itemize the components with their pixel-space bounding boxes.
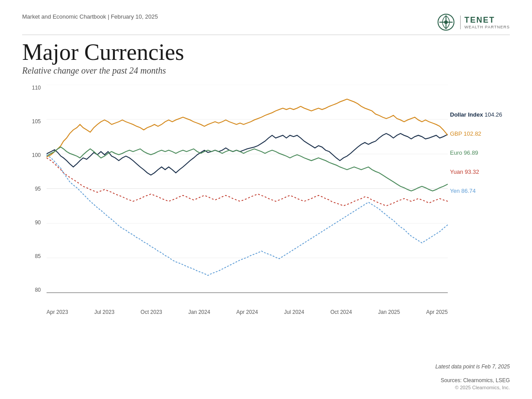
y-label-90: 90 (22, 219, 44, 226)
y-axis-labels: 110 105 100 95 90 85 80 (22, 85, 44, 293)
legend-dollar-index-label: Dollar Index (450, 111, 485, 118)
y-label-110: 110 (22, 85, 44, 91)
yen-line (47, 155, 448, 275)
x-label-apr2024: Apr 2024 (236, 309, 258, 315)
legend-yen: Yen 86.74 (450, 188, 510, 194)
y-label-85: 85 (22, 253, 44, 259)
chart-container: 110 105 100 95 90 85 80 (22, 85, 510, 315)
x-label-oct2024: Oct 2024 (330, 309, 352, 315)
sources-text: Sources: Clearnomics, LSEG (435, 376, 510, 385)
legend-euro-label: Euro 96.89 (450, 149, 478, 156)
chart-svg-area (47, 85, 448, 293)
legend-gbp: GBP 102.82 (450, 130, 510, 137)
logo-wealth-label: WEALTH PARTNERS (464, 25, 510, 29)
legend-euro: Euro 96.89 (450, 149, 510, 156)
chart-svg (47, 85, 448, 293)
x-label-jan2025: Jan 2025 (378, 309, 400, 315)
page-subtitle: Relative change over the past 24 months (22, 66, 510, 76)
page: Market and Economic Chartbook | February… (0, 0, 532, 399)
legend-yuan: Yuan 93.32 (450, 168, 510, 175)
tenet-logo-icon (437, 13, 455, 31)
x-label-jul2023: Jul 2023 (94, 309, 114, 315)
y-label-95: 95 (22, 186, 44, 192)
legend-dollar-index: Dollar Index 104.26 (450, 111, 510, 118)
y-label-80: 80 (22, 287, 44, 293)
header-subtitle: Market and Economic Chartbook | February… (22, 13, 158, 20)
legend-yen-label: Yen 86.74 (450, 188, 476, 194)
copyright-text: © 2025 Clearnomics, Inc. (435, 385, 510, 390)
x-axis-labels: Apr 2023 Jul 2023 Oct 2023 Jan 2024 Apr … (47, 309, 448, 315)
x-label-jul2024: Jul 2024 (284, 309, 304, 315)
logo-tenet-label: TENET (464, 16, 510, 25)
page-title: Major Currencies (22, 39, 510, 65)
euro-line (47, 147, 448, 191)
legend-dollar-index-value: 104.26 (485, 111, 502, 118)
legend-gbp-label: GBP 102.82 (450, 130, 481, 137)
x-label-oct2023: Oct 2023 (141, 309, 162, 315)
x-label-apr2023: Apr 2023 (47, 309, 68, 315)
gbp-line (47, 99, 448, 157)
yuan-line (47, 158, 448, 206)
y-label-105: 105 (22, 118, 44, 125)
logo-area: TENET WEALTH PARTNERS (437, 13, 510, 31)
x-label-apr2025: Apr 2025 (426, 309, 448, 315)
latest-data-note: Latest data point is Feb 7, 2025 (435, 364, 510, 370)
legend-area: Dollar Index 104.26 GBP 102.82 Euro 96.8… (450, 111, 510, 194)
svg-point-1 (444, 20, 448, 24)
y-label-100: 100 (22, 152, 44, 158)
legend-yuan-label: Yuan 93.32 (450, 168, 479, 175)
sources-label: Sources: Clearnomics, LSEG (441, 377, 510, 383)
logo-text: TENET WEALTH PARTNERS (460, 16, 510, 29)
x-label-jan2024: Jan 2024 (188, 309, 210, 315)
footer-area: Latest data point is Feb 7, 2025 Sources… (435, 364, 510, 390)
header-bar: Market and Economic Chartbook | February… (22, 13, 510, 35)
